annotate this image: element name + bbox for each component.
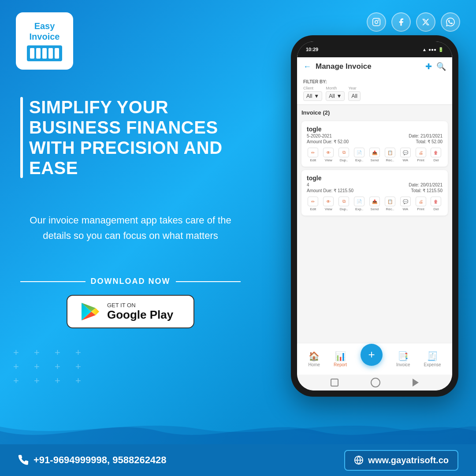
app-title: Manage Invoice — [316, 62, 421, 71]
nav-home[interactable]: 🏠 Home — [308, 351, 320, 367]
phone-status-bar: 10:29 ▲●●●🔋 — [297, 41, 452, 57]
back-square-btn — [331, 379, 338, 387]
filter-client: Client All ▼ — [303, 86, 322, 101]
svg-point-1 — [375, 21, 378, 24]
invoice-amount-due-2: Amount Due: ₹ 1215.50 — [307, 188, 353, 193]
invoice-date-1: Date: 21/01/2021 — [409, 134, 443, 138]
filter-month: Month All ▼ — [326, 86, 345, 101]
headline-text: SIMPLIFY YOUR BUSINESS FINANCES WITH PRE… — [20, 97, 249, 178]
edit-btn-1[interactable]: ✏Edit — [308, 148, 318, 162]
invoice-nav-icon: 📑 — [398, 351, 409, 361]
subtext: Our invoice management app takes care of… — [20, 212, 241, 243]
nav-report[interactable]: 📊 Report — [334, 351, 347, 367]
filter-year: Year All — [348, 86, 360, 101]
search-button[interactable]: 🔍 — [436, 62, 446, 71]
app-action-buttons: ✚ 🔍 — [425, 62, 446, 71]
logo-icon — [27, 45, 62, 61]
wave-decoration — [0, 418, 476, 444]
client-select[interactable]: All ▼ — [303, 91, 322, 101]
invoice-count: Invoice (2) — [301, 109, 448, 116]
print-btn-2[interactable]: 🖨Print — [416, 197, 426, 211]
month-select[interactable]: All ▼ — [326, 91, 345, 101]
view-btn-1[interactable]: 👁View — [323, 148, 334, 162]
invoice-card-2: togle 4 Date: 20/01/2021 Amount Due: ₹ 1… — [301, 170, 448, 216]
phone-screen: 10:29 ▲●●●🔋 ← Manage Invoice ✚ 🔍 FILTER … — [297, 41, 452, 390]
play-store-icon — [80, 301, 101, 322]
invoice-number-1: 5-2020-2021 — [307, 134, 332, 138]
send-btn-2[interactable]: 📤Send — [369, 197, 380, 211]
status-icons: ▲●●●🔋 — [422, 47, 443, 52]
invoice-amounts-1: Amount Due: ₹ 52.00 Total: ₹ 52.00 — [307, 139, 443, 144]
year-select[interactable]: All — [348, 91, 360, 101]
report-nav-icon: 📊 — [335, 351, 346, 361]
invoice-total-2: Total: ₹ 1215.50 — [411, 188, 443, 193]
download-label: DOWNLOAD NOW — [91, 277, 171, 286]
record-btn-1[interactable]: 📋Rec.. — [385, 148, 395, 162]
globe-icon — [354, 455, 364, 465]
plus-decor: + + + ++ + + ++ + + + — [13, 346, 87, 388]
invoice-date-2: Date: 20/01/2021 — [409, 182, 443, 187]
instagram-icon[interactable] — [367, 12, 386, 32]
recent-tri-btn — [413, 379, 419, 387]
download-line-right — [176, 281, 241, 282]
social-icons-row — [367, 12, 460, 32]
whatsapp-icon[interactable] — [441, 12, 460, 32]
download-label-row: DOWNLOAD NOW — [20, 277, 241, 286]
nav-invoice[interactable]: 📑 Invoice — [396, 351, 410, 367]
invoice-amount-due-1: Amount Due: ₹ 52.00 — [307, 139, 349, 144]
invoice-name-2: togle — [307, 175, 443, 182]
edit-btn-2[interactable]: ✏Edit — [308, 197, 318, 211]
download-section: DOWNLOAD NOW — [20, 277, 241, 328]
delete-btn-2[interactable]: 🗑Del — [431, 197, 441, 211]
back-button[interactable]: ← — [303, 62, 311, 71]
download-line-left — [20, 281, 86, 282]
app-bottom-nav: 🏠 Home 📊 Report + 📑 Invoice 🧾 Expense — [297, 343, 452, 375]
expense-nav-icon: 🧾 — [427, 351, 438, 361]
print-btn-1[interactable]: 🖨Print — [416, 148, 426, 162]
invoice-actions-1: ✏Edit 👁View ⧉Dup.. 📄Exp.. 📤Send 📋Rec.. 💬… — [307, 148, 443, 162]
phone-nav-bar — [297, 375, 452, 390]
status-time: 10:29 — [306, 47, 318, 52]
delete-btn-1[interactable]: 🗑Del — [431, 148, 441, 162]
invoice-actions-2: ✏Edit 👁View ⧉Dup.. 📄Exp.. 📤Send 📋Rec.. 💬… — [307, 197, 443, 211]
home-circle-btn — [371, 378, 380, 387]
add-button[interactable]: ✚ — [425, 62, 432, 71]
whatsapp-btn-2[interactable]: 💬WA — [400, 197, 411, 211]
phone-mockup: 10:29 ▲●●●🔋 ← Manage Invoice ✚ 🔍 FILTER … — [291, 35, 458, 397]
headline-section: SIMPLIFY YOUR BUSINESS FINANCES WITH PRE… — [20, 97, 249, 178]
accent-bar — [20, 97, 23, 178]
footer-bar: +91-9694999998, 9588262428 www.gayatriso… — [0, 444, 476, 476]
filter-bar: FILTER BY: Client All ▼ Month All ▼ Year… — [297, 76, 452, 105]
logo-text: EasyInvoice — [30, 21, 60, 42]
invoice-row-1: 5-2020-2021 Date: 21/01/2021 — [307, 134, 443, 138]
google-play-button[interactable]: GET IT ON Google Play — [67, 295, 194, 328]
logo-box: EasyInvoice — [16, 12, 73, 70]
svg-point-2 — [378, 19, 379, 21]
nav-expense[interactable]: 🧾 Expense — [424, 351, 441, 367]
invoice-list: Invoice (2) togle 5-2020-2021 Date: 21/0… — [297, 105, 452, 343]
filter-label: FILTER BY: — [303, 79, 446, 84]
facebook-icon[interactable] — [391, 12, 411, 32]
view-btn-2[interactable]: 👁View — [323, 197, 334, 211]
record-btn-2[interactable]: 📋Rec.. — [385, 197, 395, 211]
svg-rect-0 — [373, 19, 380, 26]
footer-website: www.gayatrisoft.co — [344, 450, 458, 471]
whatsapp-btn-1[interactable]: 💬WA — [400, 148, 411, 162]
export-btn-1[interactable]: 📄Exp.. — [354, 148, 364, 162]
x-twitter-icon[interactable] — [416, 12, 435, 32]
duplicate-btn-2[interactable]: ⧉Dup.. — [338, 197, 349, 211]
duplicate-btn-1[interactable]: ⧉Dup.. — [338, 148, 349, 162]
invoice-amounts-2: Amount Due: ₹ 1215.50 Total: ₹ 1215.50 — [307, 188, 443, 193]
export-btn-2[interactable]: 📄Exp.. — [354, 197, 364, 211]
send-btn-1[interactable]: 📤Send — [369, 148, 380, 162]
home-nav-icon: 🏠 — [309, 351, 320, 361]
invoice-card-1: togle 5-2020-2021 Date: 21/01/2021 Amoun… — [301, 121, 448, 167]
phone-icon — [18, 454, 29, 466]
invoice-total-1: Total: ₹ 52.00 — [416, 139, 443, 144]
invoice-name-1: togle — [307, 126, 443, 133]
footer-phone: +91-9694999998, 9588262428 — [18, 454, 167, 466]
invoice-row-2: 4 Date: 20/01/2021 — [307, 182, 443, 187]
fab-add-button[interactable]: + — [361, 344, 383, 366]
google-play-text: GET IT ON Google Play — [107, 302, 173, 321]
app-header: ← Manage Invoice ✚ 🔍 — [297, 57, 452, 76]
